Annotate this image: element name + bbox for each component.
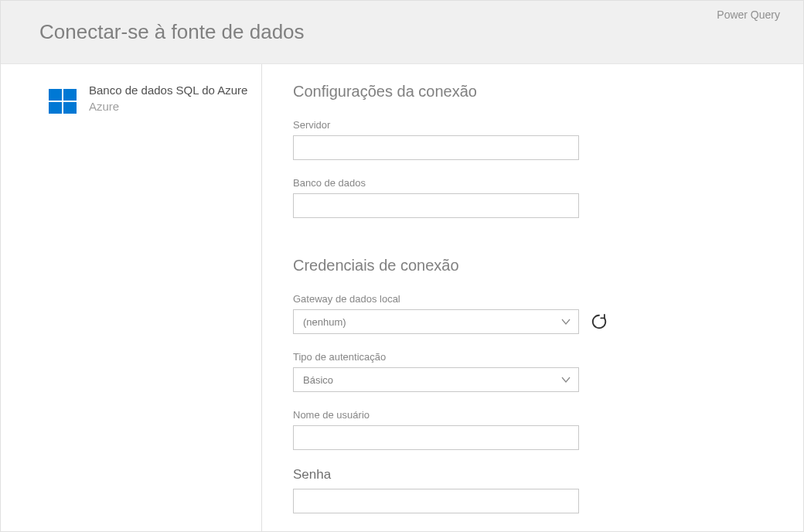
gateway-label: Gateway de dados local (293, 293, 772, 305)
svg-rect-3 (63, 102, 77, 114)
password-field-group: Senha (293, 467, 772, 513)
gateway-field-group: Gateway de dados local (nenhum) (293, 293, 772, 334)
content-area: Banco de dados SQL do Azure Azure Config… (1, 64, 803, 532)
server-field-group: Servidor (293, 119, 772, 160)
refresh-gateway-button[interactable] (588, 311, 610, 332)
sidebar: Banco de dados SQL do Azure Azure (1, 64, 262, 532)
password-label: Senha (293, 467, 772, 483)
database-input[interactable] (293, 193, 579, 218)
svg-rect-2 (49, 102, 62, 114)
datasource-text: Banco de dados SQL do Azure Azure (89, 83, 247, 113)
password-input[interactable] (293, 489, 579, 513)
windows-icon (47, 86, 78, 117)
main-panel: Configurações da conexão Servidor Banco … (262, 64, 803, 532)
username-label: Nome de usuário (293, 409, 772, 421)
auth-type-label: Tipo de autenticação (293, 351, 772, 363)
server-input[interactable] (293, 135, 579, 160)
brand-label: Power Query (717, 9, 780, 21)
username-field-group: Nome de usuário (293, 409, 772, 450)
refresh-icon (591, 313, 608, 330)
database-label: Banco de dados (293, 177, 772, 189)
svg-rect-1 (63, 89, 77, 101)
connection-settings-heading: Configurações da conexão (293, 83, 772, 101)
auth-type-select[interactable]: Básico (293, 367, 579, 392)
username-input[interactable] (293, 425, 579, 450)
page-title: Conectar-se à fonte de dados (39, 20, 305, 44)
datasource-title: Banco de dados SQL do Azure (89, 83, 247, 98)
datasource-item[interactable]: Banco de dados SQL do Azure Azure (47, 83, 261, 117)
connection-credentials-heading: Credenciais de conexão (293, 257, 772, 275)
datasource-subtitle: Azure (89, 100, 247, 113)
auth-type-field-group: Tipo de autenticação Básico (293, 351, 772, 392)
svg-rect-0 (49, 89, 62, 101)
server-label: Servidor (293, 119, 772, 131)
database-field-group: Banco de dados (293, 177, 772, 218)
gateway-select[interactable]: (nenhum) (293, 309, 579, 334)
header: Conectar-se à fonte de dados Power Query (1, 1, 803, 64)
